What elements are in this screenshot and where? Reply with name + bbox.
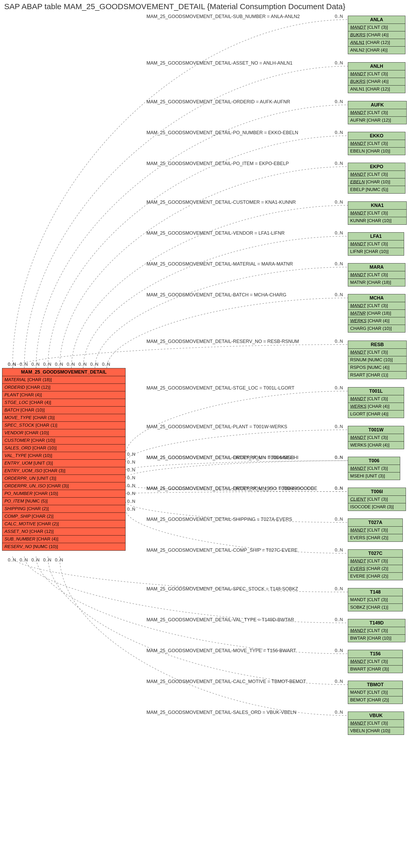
relation-label: MAM_25_GOODSMOVEMENT_DETAIL-ORDERPR_UN_I… <box>147 486 317 491</box>
table-row: WERKS [CHAR (4)] <box>348 441 404 449</box>
table-row: MANDT [CLNT (3)] <box>348 658 403 665</box>
table-row: MSEHI [UNIT (3)] <box>348 472 400 480</box>
table-row: PO_NUMBER [CHAR (10)] <box>2 490 125 497</box>
main-table: MAM_25_GOODSMOVEMENT_DETAILMATERIAL [CHA… <box>2 368 126 551</box>
cardinality-label: 0..N <box>335 339 343 344</box>
cardinality-label: 0..N <box>20 557 28 563</box>
table-row: MANDT [CLNT (3)] <box>348 719 404 727</box>
table-row: EBELN [CHAR (10)] <box>348 178 405 186</box>
cardinality-label: 0..N <box>8 362 16 367</box>
table-row: SPEC_STOCK [CHAR (1)] <box>2 422 125 429</box>
cardinality-label: 0..N <box>335 161 343 166</box>
table-row: LGORT [CHAR (4)] <box>348 410 404 418</box>
table-row: ISOCODE [CHAR (3)] <box>348 503 406 510</box>
table-row: MANDT [CLNT (3)] <box>348 209 406 217</box>
table-row: MANDT [CLNT (3)] <box>348 170 405 178</box>
table-row: MATNR [CHAR (18)] <box>348 279 405 286</box>
cardinality-label: 0..N <box>335 130 343 135</box>
table-row: MATNR [CHAR (18)] <box>348 309 405 317</box>
relation-label: MAM_25_GOODSMOVEMENT_DETAIL-SUB_NUMBER =… <box>147 14 300 19</box>
ref-table-ekpo: EKPOMANDT [CLNT (3)]EBELN [CHAR (10)]EBE… <box>348 163 405 194</box>
relation-label: MAM_25_GOODSMOVEMENT_DETAIL-SPEC_STOCK =… <box>147 586 298 592</box>
cardinality-label: 0..N <box>335 199 343 205</box>
ref-table-header: KNA1 <box>348 202 406 209</box>
ref-table-tbmot: TBMOTMANDT [CLNT (3)]BEMOT [CHAR (2)] <box>348 681 403 704</box>
table-row: VBELN [CHAR (10)] <box>348 727 404 735</box>
ref-table-t149d: T149DMANDT [CLNT (3)]BWTAR [CHAR (10)] <box>348 619 405 642</box>
ref-table-header: EKPO <box>348 163 405 170</box>
table-row: BUKRS [CHAR (4)] <box>348 78 405 85</box>
table-row: PLANT [CHAR (4)] <box>2 391 125 399</box>
ref-table-t027a: T027AMANDT [CLNT (3)]EVERS [CHAR (2)] <box>348 519 403 542</box>
ref-table-header: T156 <box>348 650 403 658</box>
table-row: CALC_MOTIVE [CHAR (2)] <box>2 520 125 528</box>
table-row: MANDT [CLNT (3)] <box>348 240 404 248</box>
cardinality-label: 0..N <box>79 362 87 367</box>
table-row: MANDT [CLNT (3)] <box>348 302 405 309</box>
table-row: RSNUM [NUMC (10)] <box>348 356 406 364</box>
table-row: STGE_LOC [CHAR (4)] <box>2 399 125 406</box>
relation-label: MAM_25_GOODSMOVEMENT_DETAIL-STGE_LOC = T… <box>147 385 294 391</box>
relation-label: MAM_25_GOODSMOVEMENT_DETAIL-VAL_TYPE = T… <box>147 617 294 623</box>
cardinality-label: 0..N <box>335 548 343 553</box>
cardinality-label: 0..N <box>127 499 135 504</box>
relation-label: MAM_25_GOODSMOVEMENT_DETAIL-MATERIAL = M… <box>147 261 293 267</box>
table-row: MOVE_TYPE [CHAR (3)] <box>2 414 125 422</box>
table-row: EVERS [CHAR (2)] <box>348 534 403 541</box>
table-row: MANDT [CLNT (3)] <box>348 627 405 634</box>
table-row: MANDT [CLNT (3)] <box>348 109 406 116</box>
ref-table-header: T001W <box>348 426 404 434</box>
cardinality-label: 0..N <box>55 362 63 367</box>
cardinality-label: 0..N <box>67 362 75 367</box>
table-row: BEMOT [CHAR (2)] <box>348 696 403 704</box>
table-row: ENTRY_UOM_ISO [CHAR (3)] <box>2 467 125 474</box>
ref-table-ekko: EKKOMANDT [CLNT (3)]EBELN [CHAR (10)] <box>348 132 405 155</box>
table-row: ORDERPR_UN [UNIT (3)] <box>2 474 125 482</box>
relation-label: MAM_25_GOODSMOVEMENT_DETAIL-CUSTOMER = K… <box>147 199 296 205</box>
table-row: CHARG [CHAR (10)] <box>348 324 405 332</box>
ref-table-t001w: T001WMANDT [CLNT (3)]WERKS [CHAR (4)] <box>348 426 404 449</box>
ref-table-header: T027A <box>348 519 403 526</box>
ref-table-header: EKKO <box>348 132 405 140</box>
table-row: ANLN2 [CHAR (4)] <box>348 46 405 54</box>
cardinality-label: 0..N <box>335 486 343 491</box>
ref-table-anlh: ANLHMANDT [CLNT (3)]BUKRS [CHAR (4)]ANLN… <box>348 62 405 93</box>
ref-table-t006i: T006ICLIENT [CLNT (3)]ISOCODE [CHAR (3)] <box>348 488 406 511</box>
cardinality-label: 0..N <box>335 230 343 236</box>
table-row: MANDT [CLNT (3)] <box>348 596 403 603</box>
table-row: AUFNR [CHAR (12)] <box>348 116 406 124</box>
table-row: MANDT [CLNT (3)] <box>348 557 403 565</box>
ref-table-header: ANLA <box>348 16 405 24</box>
table-row: MANDT [CLNT (3)] <box>348 395 404 403</box>
ref-table-header: TBMOT <box>348 681 403 688</box>
relation-label: MAM_25_GOODSMOVEMENT_DETAIL-COMP_SHIP = … <box>147 548 297 553</box>
page-title: SAP ABAP table MAM_25_GOODSMOVEMENT_DETA… <box>4 2 345 11</box>
table-row: VAL_TYPE [CHAR (10)] <box>2 452 125 459</box>
relation-label: MAM_25_GOODSMOVEMENT_DETAIL-PLANT = T001… <box>147 424 287 430</box>
cardinality-label: 0..N <box>127 507 135 512</box>
table-row: ASSET_NO [CHAR (12)] <box>2 528 125 535</box>
table-row: RESERV_NO [NUMC (10)] <box>2 543 125 550</box>
table-row: WERKS [CHAR (4)] <box>348 403 404 410</box>
table-row: ORDERID [CHAR (12)] <box>2 383 125 391</box>
table-row: PO_ITEM [NUMC (5)] <box>2 497 125 505</box>
table-row: ORDERPR_UN_ISO [CHAR (3)] <box>2 482 125 490</box>
ref-table-t148: T148MANDT [CLNT (3)]SOBKZ [CHAR (1)] <box>348 588 403 611</box>
table-row: CLIENT [CLNT (3)] <box>348 495 406 503</box>
table-row: COMP_SHIP [CHAR (2)] <box>2 513 125 520</box>
ref-table-header: RESB <box>348 341 406 348</box>
ref-table-header: T001L <box>348 388 404 395</box>
cardinality-label: 0..N <box>102 362 110 367</box>
table-row: CUSTOMER [CHAR (10)] <box>2 437 125 444</box>
ref-table-header: T006 <box>348 457 400 465</box>
cardinality-label: 0..N <box>127 467 135 473</box>
ref-table-header: LFA1 <box>348 232 404 240</box>
table-row: EBELP [NUMC (5)] <box>348 186 405 193</box>
table-row: MANDT [CLNT (3)] <box>348 434 404 441</box>
ref-table-t006: T006MANDT [CLNT (3)]MSEHI [UNIT (3)] <box>348 457 400 480</box>
ref-table-header: MCHA <box>348 294 405 302</box>
table-row: KUNNR [CHAR (10)] <box>348 217 406 224</box>
cardinality-label: 0..N <box>335 385 343 391</box>
ref-table-kna1: KNA1MANDT [CLNT (3)]KUNNR [CHAR (10)] <box>348 202 407 225</box>
table-row: SUB_NUMBER [CHAR (4)] <box>2 535 125 543</box>
